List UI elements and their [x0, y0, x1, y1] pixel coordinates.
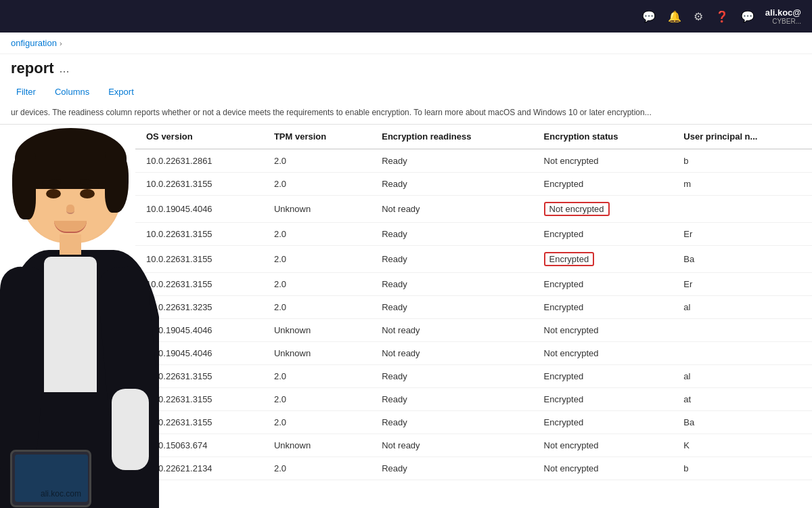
cell-readiness: Ready [371, 223, 533, 246]
cell-readiness: Ready [371, 411, 533, 434]
cell-os-version: 10.0.22631.2861 [135, 149, 263, 173]
cell-os-version: 10.0.22631.3155 [135, 388, 263, 411]
avatar-laptop [10, 450, 91, 507]
table-row: 10.0.22631.28612.0ReadyNot encryptedb [135, 149, 812, 173]
cell-tpm-version: 2.0 [263, 149, 371, 173]
cell-tpm-version: 2.0 [263, 246, 371, 273]
col-header-user-principal: User principal n... [673, 125, 812, 149]
cell-tpm-version: Unknown [263, 342, 371, 365]
avatar-hair-right [105, 152, 129, 213]
user-info[interactable]: ali.koc@ CYBER... [765, 7, 801, 25]
cell-tpm-version: Unknown [263, 319, 371, 342]
cell-user: b [673, 149, 812, 173]
avatar-hair-left [12, 152, 36, 219]
user-org: CYBER... [765, 18, 801, 25]
table-row: 10.0.22631.31552.0ReadyEncryptedEr [135, 223, 812, 246]
highlighted-status: Not encrypted [544, 202, 610, 216]
cell-enc-status: Encrypted [533, 173, 673, 196]
cell-readiness: Ready [371, 173, 533, 196]
cell-enc-status: Not encrypted [533, 149, 673, 173]
cell-user: Er [673, 223, 812, 246]
cell-enc-status: Encrypted [533, 246, 673, 273]
cell-enc-status: Not encrypted [533, 196, 673, 223]
cell-enc-status: Encrypted [533, 411, 673, 434]
columns-button[interactable]: Columns [49, 84, 95, 100]
cell-os-version: 10.0.22631.3155 [135, 246, 263, 273]
cell-user: b [673, 457, 812, 480]
breadcrumb-chevron: › [60, 39, 62, 47]
col-header-os-version: OS version [135, 125, 263, 149]
breadcrumb-parent[interactable]: onfiguration [11, 38, 57, 48]
cell-readiness: Not ready [371, 342, 533, 365]
cell-os-version: 10.0.22631.3155 [135, 411, 263, 434]
cell-os-version: 10.0.19045.4046 [135, 319, 263, 342]
table-row: 10.0.15063.674UnknownNot readyNot encryp… [135, 434, 812, 457]
cell-user [673, 196, 812, 223]
watermark: ali.koc.com [41, 489, 81, 499]
cell-os-version: 10.0.22621.2134 [135, 457, 263, 480]
avatar-nose [66, 205, 74, 214]
help-icon[interactable]: ❓ [715, 10, 729, 23]
cell-readiness: Ready [371, 365, 533, 388]
avatar-eyebrow-right [80, 179, 99, 186]
cell-os-version: 10.0.22631.3155 [135, 365, 263, 388]
cell-readiness: Ready [371, 246, 533, 273]
highlighted-status: Encrypted [544, 252, 595, 266]
settings-icon[interactable]: ⚙ [694, 10, 703, 23]
table-row: 10.0.19045.4046UnknownNot readyNot encry… [135, 319, 812, 342]
description-content: ur devices. The readiness column reports… [11, 108, 652, 117]
cell-enc-status: Encrypted [533, 365, 673, 388]
cell-os-version: 10.0.22631.3235 [135, 296, 263, 319]
cell-user: al [673, 365, 812, 388]
watermark-text: ali.koc.com [41, 489, 81, 499]
table-wrapper: OS version TPM version Encryption readin… [135, 125, 812, 480]
cell-tpm-version: Unknown [263, 196, 371, 223]
cell-os-version: 10.0.19045.4046 [135, 196, 263, 223]
col-header-encryption-status: Encryption status [533, 125, 673, 149]
page-title: report [11, 60, 54, 77]
cell-tpm-version: Unknown [263, 434, 371, 457]
cell-readiness: Ready [371, 273, 533, 296]
cell-readiness: Not ready [371, 434, 533, 457]
cell-readiness: Not ready [371, 196, 533, 223]
cell-enc-status: Not encrypted [533, 434, 673, 457]
encryption-report-table: OS version TPM version Encryption readin… [135, 125, 812, 480]
top-navigation: 💬 🔔 ⚙ ❓ 💬 ali.koc@ CYBER... [0, 0, 812, 33]
avatar-arm-left [0, 265, 53, 471]
avatar-eyebrow-left [42, 179, 62, 186]
cell-user: at [673, 388, 812, 411]
user-name: ali.koc@ [765, 7, 801, 18]
cell-user: Er [673, 273, 812, 296]
chat-icon[interactable]: 💬 [741, 10, 754, 23]
cell-user [673, 319, 812, 342]
cell-enc-status: Encrypted [533, 296, 673, 319]
table-row: 10.0.22631.31552.0ReadyEncryptedBa [135, 246, 812, 273]
export-button[interactable]: Export [103, 84, 139, 100]
cell-enc-status: Encrypted [533, 388, 673, 411]
content-area: OS version TPM version Encryption readin… [0, 125, 812, 480]
cell-readiness: Ready [371, 388, 533, 411]
table-header-row: OS version TPM version Encryption readin… [135, 125, 812, 149]
avatar-head [20, 131, 122, 243]
cell-tpm-version: 2.0 [263, 273, 371, 296]
cell-readiness: Not ready [371, 319, 533, 342]
filter-button[interactable]: Filter [11, 84, 41, 100]
table-row: 10.0.22631.31552.0ReadyEncryptedal [135, 365, 812, 388]
cell-tpm-version: 2.0 [263, 173, 371, 196]
cell-os-version: 10.0.22631.3155 [135, 273, 263, 296]
cell-os-version: 10.0.19045.4046 [135, 342, 263, 365]
table-row: 10.0.22631.31552.0ReadyEncryptedat [135, 388, 812, 411]
breadcrumb: onfiguration › [0, 33, 812, 54]
cell-enc-status: Encrypted [533, 273, 673, 296]
bell-icon[interactable]: 🔔 [668, 10, 681, 23]
cell-os-version: 10.0.22631.3155 [135, 173, 263, 196]
page-options-button[interactable]: ... [60, 62, 70, 76]
avatar-mouth [54, 221, 87, 233]
cell-user: Ba [673, 246, 812, 273]
cell-readiness: Ready [371, 457, 533, 480]
cell-readiness: Ready [371, 296, 533, 319]
cell-readiness: Ready [371, 149, 533, 173]
toolbar: Filter Columns Export [0, 80, 812, 104]
page-header: report ... [0, 54, 812, 80]
feedback-icon[interactable]: 💬 [642, 10, 656, 23]
